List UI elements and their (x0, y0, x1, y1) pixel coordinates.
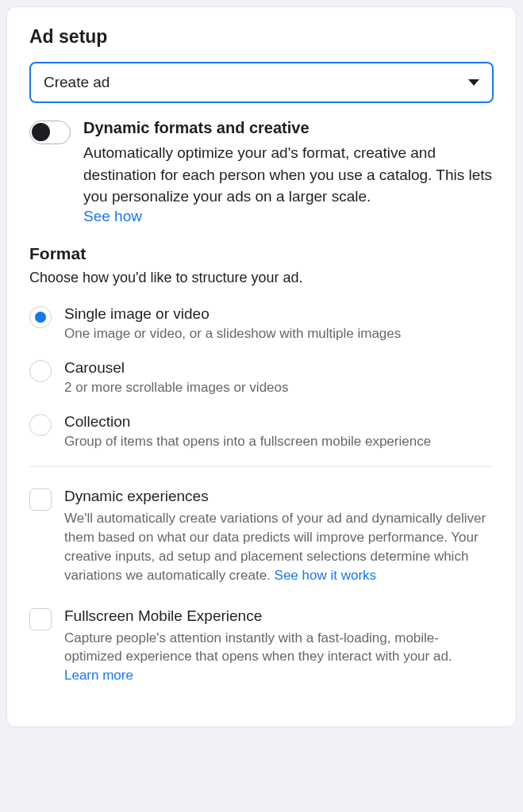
fullscreen-mobile-title: Fullscreen Mobile Experience (64, 607, 494, 625)
dynamic-experiences-title: Dynamic experiences (64, 488, 494, 505)
description-text: Capture people's attention instantly wit… (64, 630, 452, 665)
radio-carousel[interactable] (29, 360, 52, 382)
dynamic-creative-title: Dynamic formats and creative (83, 119, 494, 137)
radio-content: Single image or video One image or video… (64, 305, 494, 343)
option-description: Group of items that opens into a fullscr… (64, 433, 494, 451)
format-option-carousel[interactable]: Carousel 2 or more scrollable images or … (29, 359, 494, 397)
option-description: 2 or more scrollable images or videos (64, 379, 494, 397)
fullscreen-mobile-description: Capture people's attention instantly wit… (64, 629, 494, 685)
dynamic-creative-toggle[interactable] (29, 121, 71, 144)
radio-collection[interactable] (29, 414, 52, 436)
dynamic-creative-content: Dynamic formats and creative Automatical… (83, 119, 494, 225)
option-title: Single image or video (64, 305, 494, 323)
option-title: Carousel (64, 359, 494, 377)
toggle-knob (32, 123, 50, 141)
dynamic-creative-row: Dynamic formats and creative Automatical… (29, 119, 494, 225)
ad-setup-card: Ad setup Create ad Dynamic formats and c… (6, 6, 517, 727)
format-subtitle: Choose how you'd like to structure your … (29, 270, 494, 286)
fullscreen-mobile-row: Fullscreen Mobile Experience Capture peo… (29, 607, 494, 685)
chevron-down-icon (468, 79, 479, 86)
format-option-collection[interactable]: Collection Group of items that opens int… (29, 413, 494, 451)
divider (29, 466, 494, 467)
radio-content: Carousel 2 or more scrollable images or … (64, 359, 494, 397)
create-ad-select[interactable]: Create ad (29, 62, 494, 103)
option-title: Collection (64, 413, 494, 431)
checkbox-content: Dynamic experiences We'll automatically … (64, 488, 494, 584)
see-how-it-works-link[interactable]: See how it works (275, 568, 377, 583)
select-value: Create ad (44, 74, 110, 91)
format-title: Format (29, 244, 494, 263)
radio-content: Collection Group of items that opens int… (64, 413, 494, 451)
see-how-link[interactable]: See how (83, 208, 142, 224)
learn-more-link[interactable]: Learn more (64, 668, 133, 683)
format-option-single[interactable]: Single image or video One image or video… (29, 305, 494, 343)
page-title: Ad setup (29, 26, 494, 48)
radio-single-image[interactable] (29, 306, 52, 328)
dynamic-creative-description: Automatically optimize your ad's format,… (83, 142, 494, 208)
checkbox-content: Fullscreen Mobile Experience Capture peo… (64, 607, 494, 685)
option-description: One image or video, or a slideshow with … (64, 325, 494, 343)
fullscreen-mobile-checkbox[interactable] (29, 608, 52, 630)
dynamic-experiences-checkbox[interactable] (29, 488, 52, 511)
dynamic-experiences-description: We'll automatically create variations of… (64, 509, 494, 584)
dynamic-experiences-row: Dynamic experiences We'll automatically … (29, 488, 494, 584)
